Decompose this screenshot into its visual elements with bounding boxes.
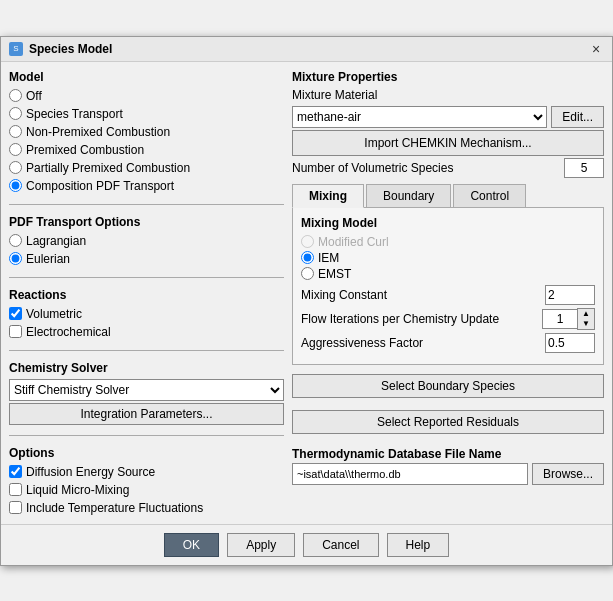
separator-1	[9, 204, 284, 205]
mixing-radio-modified-curl	[301, 235, 314, 248]
flow-iter-down[interactable]: ▼	[578, 319, 594, 329]
model-radio-partially-premixed[interactable]	[9, 161, 22, 174]
help-button[interactable]: Help	[387, 533, 450, 557]
model-label-species-transport: Species Transport	[26, 107, 123, 121]
edit-button[interactable]: Edit...	[551, 106, 604, 128]
model-option-off[interactable]: Off	[9, 88, 284, 104]
reaction-checkbox-electrochemical[interactable]	[9, 325, 22, 338]
aggressiveness-label: Aggressiveness Factor	[301, 336, 423, 350]
thermo-db-label: Thermodynamic Database File Name	[292, 447, 604, 461]
mixing-modified-curl[interactable]: Modified Curl	[301, 234, 595, 250]
options-label: Options	[9, 446, 284, 460]
pdf-lagrangian[interactable]: Lagrangian	[9, 233, 284, 249]
pdf-radio-lagrangian[interactable]	[9, 234, 22, 247]
option-include-temp-fluctuations[interactable]: Include Temperature Fluctuations	[9, 500, 284, 516]
chemistry-solver-label: Chemistry Solver	[9, 361, 284, 375]
mixture-properties-label: Mixture Properties	[292, 70, 604, 84]
mixing-model-section: Mixing Model Modified Curl IEM EMST	[301, 216, 595, 353]
mixing-constant-label: Mixing Constant	[301, 288, 387, 302]
tab-boundary[interactable]: Boundary	[366, 184, 451, 207]
option-label-liquid-micro-mixing: Liquid Micro-Mixing	[26, 483, 129, 497]
mixing-label-modified-curl: Modified Curl	[318, 235, 389, 249]
tabs: Mixing Boundary Control	[292, 184, 604, 208]
mixing-radio-iem[interactable]	[301, 251, 314, 264]
select-boundary-species-button[interactable]: Select Boundary Species	[292, 374, 604, 398]
title-bar-left: S Species Model	[9, 42, 112, 56]
num-species-label: Number of Volumetric Species	[292, 161, 453, 175]
right-panel: Mixture Properties Mixture Material meth…	[292, 70, 604, 516]
num-species-row: Number of Volumetric Species 5	[292, 158, 604, 178]
separator-2	[9, 277, 284, 278]
ok-button[interactable]: OK	[164, 533, 219, 557]
tab-mixing[interactable]: Mixing	[292, 184, 364, 208]
option-checkbox-include-temp-fluctuations[interactable]	[9, 501, 22, 514]
flow-iter-up[interactable]: ▲	[578, 309, 594, 319]
separator-3	[9, 350, 284, 351]
pdf-label-lagrangian: Lagrangian	[26, 234, 86, 248]
thermo-db-input[interactable]	[292, 463, 528, 485]
reaction-checkbox-volumetric[interactable]	[9, 307, 22, 320]
option-liquid-micro-mixing[interactable]: Liquid Micro-Mixing	[9, 482, 284, 498]
mixing-radio-emst[interactable]	[301, 267, 314, 280]
options-section: Options Diffusion Energy Source Liquid M…	[9, 446, 284, 516]
reaction-electrochemical[interactable]: Electrochemical	[9, 324, 284, 340]
import-chemkin-button[interactable]: Import CHEMKIN Mechanism...	[292, 130, 604, 156]
mixture-properties-section: Mixture Properties Mixture Material meth…	[292, 70, 604, 178]
option-checkbox-liquid-micro-mixing[interactable]	[9, 483, 22, 496]
mixing-constant-input[interactable]	[545, 285, 595, 305]
pdf-radio-eulerian[interactable]	[9, 252, 22, 265]
separator-4	[9, 435, 284, 436]
cancel-button[interactable]: Cancel	[303, 533, 378, 557]
pdf-eulerian[interactable]: Eulerian	[9, 251, 284, 267]
apply-button[interactable]: Apply	[227, 533, 295, 557]
model-label-partially-premixed: Partially Premixed Combustion	[26, 161, 190, 175]
model-radio-non-premixed[interactable]	[9, 125, 22, 138]
model-option-non-premixed[interactable]: Non-Premixed Combustion	[9, 124, 284, 140]
dialog-icon: S	[9, 42, 23, 56]
model-radio-species-transport[interactable]	[9, 107, 22, 120]
flow-iter-label: Flow Iterations per Chemistry Update	[301, 312, 499, 326]
mixing-emst[interactable]: EMST	[301, 266, 595, 282]
model-label-off: Off	[26, 89, 42, 103]
tab-control[interactable]: Control	[453, 184, 526, 207]
tab-content-mixing: Mixing Model Modified Curl IEM EMST	[292, 208, 604, 365]
material-label: Mixture Material	[292, 88, 604, 102]
model-label-premixed: Premixed Combustion	[26, 143, 144, 157]
integration-parameters-button[interactable]: Integration Parameters...	[9, 403, 284, 425]
reaction-label-electrochemical: Electrochemical	[26, 325, 111, 339]
option-diffusion-energy[interactable]: Diffusion Energy Source	[9, 464, 284, 480]
mixture-material-dropdown[interactable]: methane-air	[292, 106, 547, 128]
model-radio-premixed[interactable]	[9, 143, 22, 156]
model-section: Model Off Species Transport Non-Premixed…	[9, 70, 284, 194]
option-checkbox-diffusion-energy[interactable]	[9, 465, 22, 478]
chemistry-solver-dropdown[interactable]: Stiff Chemistry Solver	[9, 379, 284, 401]
model-radio-composition-pdf[interactable]	[9, 179, 22, 192]
select-reported-residuals-button[interactable]: Select Reported Residuals	[292, 410, 604, 434]
reactions-label: Reactions	[9, 288, 284, 302]
thermo-db-row: Browse...	[292, 463, 604, 485]
pdf-transport-label: PDF Transport Options	[9, 215, 284, 229]
close-button[interactable]: ×	[588, 41, 604, 57]
model-option-composition-pdf[interactable]: Composition PDF Transport	[9, 178, 284, 194]
mixing-label-emst: EMST	[318, 267, 351, 281]
aggressiveness-row: Aggressiveness Factor	[301, 333, 595, 353]
model-radio-off[interactable]	[9, 89, 22, 102]
mixing-label-iem: IEM	[318, 251, 339, 265]
num-species-input[interactable]: 5	[564, 158, 604, 178]
model-option-species-transport[interactable]: Species Transport	[9, 106, 284, 122]
reaction-volumetric[interactable]: Volumetric	[9, 306, 284, 322]
species-model-dialog: S Species Model × Model Off Species Tran…	[0, 36, 613, 566]
thermo-db-section: Thermodynamic Database File Name Browse.…	[292, 447, 604, 485]
chemistry-solver-section: Chemistry Solver Stiff Chemistry Solver …	[9, 361, 284, 425]
flow-iter-input-group: ▲ ▼	[542, 308, 595, 330]
flow-iter-input[interactable]	[542, 309, 577, 329]
reactions-section: Reactions Volumetric Electrochemical	[9, 288, 284, 340]
model-option-premixed[interactable]: Premixed Combustion	[9, 142, 284, 158]
reaction-label-volumetric: Volumetric	[26, 307, 82, 321]
tabs-container: Mixing Boundary Control Mixing Model Mod…	[292, 184, 604, 365]
aggressiveness-input[interactable]	[545, 333, 595, 353]
mixing-iem[interactable]: IEM	[301, 250, 595, 266]
browse-button[interactable]: Browse...	[532, 463, 604, 485]
model-option-partially-premixed[interactable]: Partially Premixed Combustion	[9, 160, 284, 176]
footer: OK Apply Cancel Help	[1, 524, 612, 565]
